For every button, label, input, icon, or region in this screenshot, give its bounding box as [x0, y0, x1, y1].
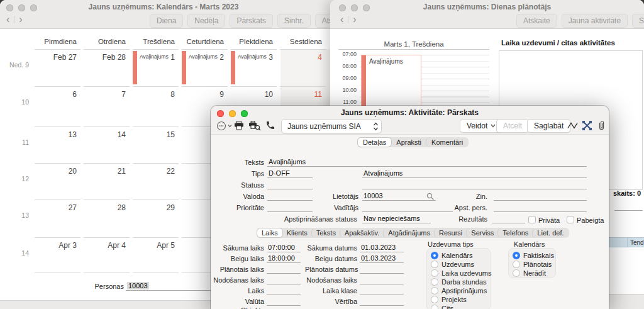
save-button[interactable]: Saglabāt — [527, 119, 570, 133]
sakuma-laiks-field[interactable]: 07:00:00 — [267, 244, 301, 252]
tab-komentari[interactable]: Komentāri — [426, 138, 468, 147]
back-arrow-icon[interactable]: ‹ — [340, 14, 343, 25]
event-label[interactable]: Avaļinājums — [140, 53, 169, 60]
calendar-day-cell[interactable]: 13 — [35, 126, 80, 163]
radio-projekts[interactable]: Projekts — [431, 295, 490, 304]
beigu-laiks-field[interactable]: 18:00:00 — [267, 254, 301, 263]
subtab-laiks[interactable]: Laiks — [257, 228, 282, 237]
calendar-day-cell[interactable]: Apr 5 — [133, 237, 179, 272]
print-preview-icon[interactable] — [248, 121, 261, 131]
radio-laika-uzdevums[interactable]: Laika uzdevums — [431, 269, 490, 278]
valuta-field[interactable] — [267, 297, 301, 306]
planotais-laiks-field[interactable] — [267, 265, 301, 274]
zin-field[interactable] — [494, 192, 587, 201]
phone-icon[interactable] — [265, 120, 275, 130]
calendar-day-cell[interactable]: Feb 27 — [35, 49, 80, 86]
calendar-day-cell[interactable]: Avaļinājums3 — [231, 49, 277, 86]
week-view-button[interactable]: Nedēļa — [187, 14, 225, 28]
report-button[interactable]: Atskaite — [516, 14, 557, 28]
nodosanas-laiks-2-field[interactable] — [360, 276, 404, 284]
nodosanas-laiks-label: Nodošanas laiks — [211, 276, 264, 284]
beigu-datums-field[interactable]: 01.03.2023 — [360, 254, 404, 263]
calendar-day-cell[interactable]: 15 — [133, 126, 179, 163]
paperclip-icon[interactable] — [597, 120, 606, 131]
save-button[interactable]: Saglabāt — [632, 14, 644, 28]
apst-pers-field[interactable] — [494, 203, 587, 212]
calendar-day-cell[interactable]: 8 — [133, 86, 179, 126]
back-arrow-icon[interactable]: ‹ — [6, 14, 9, 25]
subtab-klients[interactable]: Klients — [282, 228, 312, 237]
lietotajs-field[interactable]: 10003 — [362, 192, 436, 201]
calendar-day-cell[interactable]: 22 — [133, 163, 179, 199]
tips-description-field[interactable]: Atvaļinājums — [362, 169, 587, 178]
statuss-field[interactable] — [267, 181, 313, 189]
radio-neradit[interactable]: Nerādīt — [513, 269, 555, 278]
calendar-day-cell[interactable]: Apr 3 — [35, 237, 80, 272]
calendar-day-cell[interactable]: Feb 28 — [84, 49, 130, 86]
tasks-panel-title: Laika uzdevumi / citas aktivitātes — [501, 39, 615, 47]
event-label[interactable]: Avaļinājums — [238, 53, 267, 60]
sakuma-datums-field[interactable]: 01.03.2023 — [360, 244, 404, 252]
radio-faktiskais[interactable]: Faktiskais — [513, 251, 555, 260]
calendar-day-cell[interactable]: 4 — [280, 49, 326, 86]
subtab-teksts[interactable]: Teksts — [312, 228, 340, 237]
tab-apraksti[interactable]: Apraksti — [391, 138, 426, 147]
calendar-day-cell[interactable]: Avaļinājums2 — [182, 49, 228, 86]
event-label[interactable]: Avaļinājums — [189, 53, 218, 60]
calendar-day-cell[interactable]: 20 — [35, 163, 80, 199]
event-bar[interactable] — [182, 51, 186, 84]
radio-cits[interactable]: Cits — [431, 304, 490, 309]
vertiba-field[interactable] — [360, 297, 404, 306]
tab-detalas[interactable]: Detaļas — [358, 138, 391, 147]
calendar-day-cell[interactable]: 14 — [84, 126, 130, 163]
sync-button[interactable]: Sinhr. — [277, 14, 311, 28]
overview-button[interactable]: Pārskats — [230, 14, 273, 28]
options-menu-icon[interactable] — [216, 121, 233, 132]
cancel-button[interactable]: Atcelt — [496, 119, 529, 133]
calendar-day-cell[interactable]: 7 — [84, 86, 130, 126]
partial-field[interactable] — [614, 202, 643, 211]
rezultats-field[interactable] — [492, 215, 525, 223]
subtab-apaksaktiv[interactable]: Apakšaktiv. — [340, 228, 384, 237]
teksts-field[interactable]: Avaļinājums — [267, 158, 587, 167]
planotais-datums-field[interactable] — [360, 265, 404, 274]
radio-uzdevums[interactable]: Uzdevums — [431, 260, 490, 269]
tips-field[interactable]: D-OFF — [267, 169, 313, 178]
print-icon[interactable] — [234, 121, 244, 130]
event-bar[interactable] — [133, 51, 137, 84]
subtab-serviss[interactable]: Serviss — [467, 228, 498, 237]
new-activity-button[interactable]: Jauna aktivitāte — [562, 14, 628, 28]
statuss-field-2[interactable] — [362, 181, 587, 189]
paste-special-magnifier-icon[interactable] — [426, 193, 435, 201]
privata-checkbox[interactable] — [528, 216, 536, 223]
event-bar[interactable] — [231, 51, 235, 84]
subtab-atgadinajums[interactable]: Atgādinājums — [384, 228, 435, 237]
calendar-day-cell[interactable]: Avaļinājums1 — [133, 49, 179, 86]
subtab-liet-def[interactable]: Liet. def. — [533, 228, 568, 237]
calendar-day-cell[interactable]: 6 — [35, 86, 80, 126]
calendar-day-cell[interactable]: 27 — [35, 199, 80, 237]
expand-x-icon[interactable] — [582, 121, 592, 130]
subtab-telefons[interactable]: Telefons — [498, 228, 533, 237]
radio-darba-stundas[interactable]: Darba stundas — [431, 278, 490, 286]
radio-icon — [513, 261, 520, 268]
forward-arrow-icon[interactable]: › — [19, 14, 22, 25]
company-select[interactable]: Jauns uzņēmums SIA — [281, 119, 382, 133]
vertiba-label: Vērtība — [305, 298, 357, 305]
calendar-day-cell[interactable]: 29 — [133, 199, 179, 237]
calendar-day-cell[interactable]: Apr 4 — [84, 237, 130, 272]
nodosanas-laiks-field[interactable] — [267, 276, 301, 284]
calendar-day-cell[interactable]: 21 — [84, 163, 130, 199]
laiks-field[interactable] — [267, 286, 301, 295]
radio-apstiprinajums[interactable]: Apstiprinājums — [431, 286, 490, 295]
subtab-resursi[interactable]: Resursi — [435, 228, 467, 237]
activity-zigzag-icon[interactable] — [567, 121, 579, 130]
laika-klase-field[interactable] — [360, 286, 404, 295]
radio-planotais[interactable]: Plānotais — [513, 260, 555, 269]
apstiprinasanas-statuss-field[interactable]: Nav nepieciešams — [362, 215, 431, 223]
radio-kalendars[interactable]: Kalendārs — [431, 251, 490, 260]
forward-arrow-icon[interactable]: › — [353, 14, 356, 25]
pabeigta-checkbox[interactable] — [567, 216, 574, 223]
day-view-button[interactable]: Diena — [150, 14, 183, 28]
calendar-day-cell[interactable]: 28 — [84, 199, 130, 237]
